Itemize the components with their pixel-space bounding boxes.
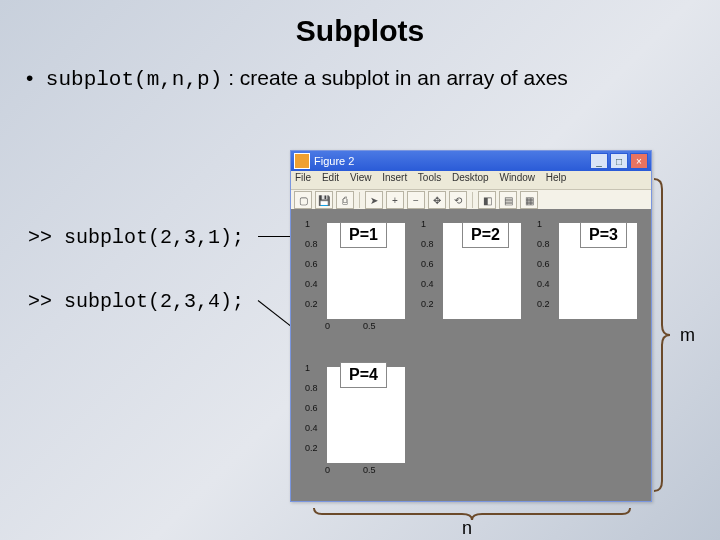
ytick: 1 — [421, 219, 426, 229]
ytick: 0.4 — [537, 279, 550, 289]
menu-window[interactable]: Window — [499, 172, 535, 183]
window-buttons: _ □ × — [590, 153, 648, 169]
xtick: 0.5 — [363, 465, 376, 475]
ytick: 0.4 — [305, 279, 318, 289]
figure-toolbar: ▢ 💾 ⎙ ➤ + − ✥ ⟲ ◧ ▤ ▦ — [291, 190, 651, 211]
label-p1: P=1 — [340, 222, 387, 248]
menu-help[interactable]: Help — [546, 172, 567, 183]
brace-n-label: n — [462, 518, 472, 539]
ytick: 1 — [305, 363, 310, 373]
menu-tools[interactable]: Tools — [418, 172, 441, 183]
menu-file[interactable]: File — [295, 172, 311, 183]
figure-menubar: File Edit View Insert Tools Desktop Wind… — [291, 171, 651, 190]
label-p3: P=3 — [580, 222, 627, 248]
menu-desktop[interactable]: Desktop — [452, 172, 489, 183]
menu-insert[interactable]: Insert — [382, 172, 407, 183]
zoom-out-icon[interactable]: − — [407, 191, 425, 209]
save-icon[interactable]: 💾 — [315, 191, 333, 209]
ytick: 0.8 — [305, 383, 318, 393]
ytick: 0.2 — [305, 299, 318, 309]
ytick: 0.8 — [537, 239, 550, 249]
menu-view[interactable]: View — [350, 172, 372, 183]
menu-edit[interactable]: Edit — [322, 172, 339, 183]
code-line-1: >> subplot(2,3,1); — [28, 226, 244, 249]
xtick: 0 — [325, 321, 330, 331]
label-p4: P=4 — [340, 362, 387, 388]
figure-canvas: 1 0.8 0.6 0.4 0.2 0 0.5 1 0.8 0.6 0.4 0.… — [291, 209, 651, 501]
ytick: 1 — [537, 219, 542, 229]
xtick: 0.5 — [363, 321, 376, 331]
close-button[interactable]: × — [630, 153, 648, 169]
ytick: 0.2 — [537, 299, 550, 309]
toolbar-sep — [472, 192, 473, 208]
slide-title: Subplots — [0, 0, 720, 48]
ytick: 0.2 — [421, 299, 434, 309]
bullet-text: : create a subplot in an array of axes — [228, 66, 568, 89]
bullet-code: subplot(m,n,p) — [46, 68, 222, 91]
zoom-in-icon[interactable]: + — [386, 191, 404, 209]
figure-title: Figure 2 — [314, 155, 354, 167]
ytick: 0.8 — [421, 239, 434, 249]
ytick: 0.2 — [305, 443, 318, 453]
figure-titlebar: Figure 2 _ □ × — [291, 151, 651, 171]
ytick: 0.6 — [305, 259, 318, 269]
xtick: 0 — [325, 465, 330, 475]
rotate-icon[interactable]: ⟲ — [449, 191, 467, 209]
print-icon[interactable]: ⎙ — [336, 191, 354, 209]
ytick: 0.6 — [305, 403, 318, 413]
ytick: 0.6 — [537, 259, 550, 269]
ytick: 1 — [305, 219, 310, 229]
legend-icon[interactable]: ▦ — [520, 191, 538, 209]
pan-icon[interactable]: ✥ — [428, 191, 446, 209]
brace-m-label: m — [680, 325, 695, 346]
maximize-button[interactable]: □ — [610, 153, 628, 169]
figure-window: Figure 2 _ □ × File Edit View Insert Too… — [290, 150, 652, 502]
minimize-button[interactable]: _ — [590, 153, 608, 169]
code-line-2: >> subplot(2,3,4); — [28, 290, 244, 313]
data-cursor-icon[interactable]: ◧ — [478, 191, 496, 209]
bullet-dot: • — [26, 66, 40, 90]
toolbar-sep — [359, 192, 360, 208]
bullet-line: • subplot(m,n,p) : create a subplot in a… — [26, 66, 720, 91]
ytick: 0.6 — [421, 259, 434, 269]
pointer-icon[interactable]: ➤ — [365, 191, 383, 209]
colorbar-icon[interactable]: ▤ — [499, 191, 517, 209]
ytick: 0.4 — [421, 279, 434, 289]
new-icon[interactable]: ▢ — [294, 191, 312, 209]
label-p2: P=2 — [462, 222, 509, 248]
ytick: 0.4 — [305, 423, 318, 433]
ytick: 0.8 — [305, 239, 318, 249]
brace-m — [652, 175, 672, 495]
matlab-icon — [294, 153, 310, 169]
